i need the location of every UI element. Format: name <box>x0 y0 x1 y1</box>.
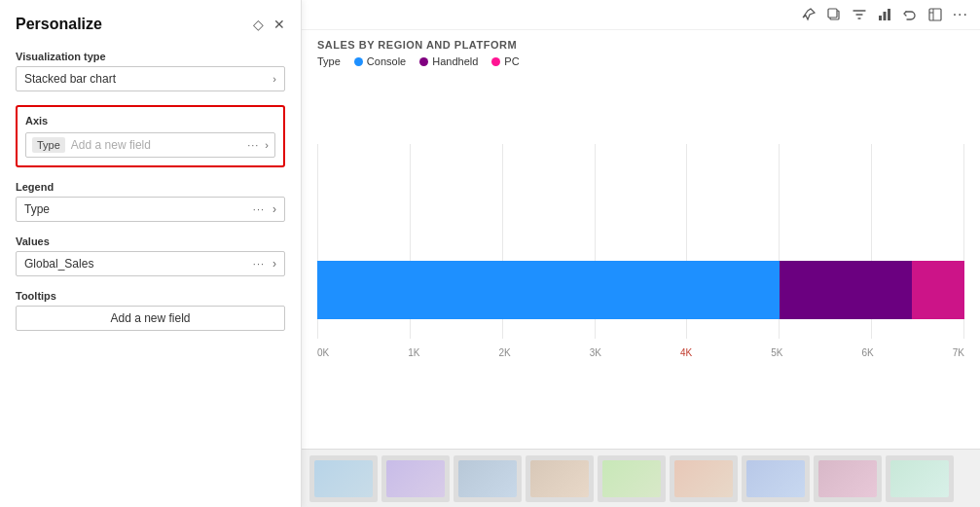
values-section: Values Global_Sales ··· › <box>16 235 285 276</box>
x-label-0k: 0K <box>317 347 329 358</box>
more-toolbar-icon[interactable]: ··· <box>953 6 968 23</box>
chart-title: SALES BY REGION AND PLATFORM <box>317 39 517 51</box>
legend-field[interactable]: Type ··· › <box>16 197 285 222</box>
visualization-section: Visualization type Stacked bar chart › <box>16 51 285 91</box>
thumbnail-9 <box>886 455 954 502</box>
thumbnail-2 <box>381 455 450 502</box>
axis-section: Axis Type Add a new field ··· › <box>16 105 285 167</box>
visualization-value: Stacked bar chart <box>24 72 116 86</box>
bar-segment-pc <box>912 261 964 319</box>
axis-field-row[interactable]: Type Add a new field ··· › <box>25 132 275 158</box>
chart-toolbar-icon[interactable] <box>877 7 892 22</box>
legend-dot-handheld <box>419 57 428 66</box>
values-label: Values <box>16 235 285 247</box>
values-dots[interactable]: ··· <box>253 258 265 270</box>
expand-toolbar-icon[interactable] <box>927 7 943 22</box>
svg-rect-1 <box>828 9 837 18</box>
legend-dot-console <box>354 57 363 66</box>
x-axis: 0K 1K 2K 3K 4K 5K 6K 7K <box>317 344 964 358</box>
thumbnail-6 <box>670 455 738 502</box>
legend-label-console: Console <box>367 55 406 67</box>
pin-toolbar-icon[interactable] <box>801 7 817 22</box>
tooltips-label: Tooltips <box>16 290 285 302</box>
values-chevron: › <box>272 257 276 271</box>
svg-rect-5 <box>929 9 941 20</box>
axis-dots[interactable]: ··· <box>247 139 259 151</box>
tooltips-section: Tooltips Add a new field <box>16 290 285 331</box>
bar-container <box>317 256 964 324</box>
legend-item-console: Console <box>354 55 406 67</box>
legend-label-pc: PC <box>504 55 519 67</box>
legend-section: Legend Type ··· › <box>16 181 285 222</box>
filter-toolbar-icon[interactable] <box>852 7 867 22</box>
thumbnail-7 <box>742 455 810 502</box>
chart-legend-row: Type Console Handheld PC <box>302 52 980 73</box>
thumbnail-5 <box>598 455 666 502</box>
chart-title-bar: SALES BY REGION AND PLATFORM <box>302 30 980 52</box>
bar-segment-handheld <box>780 261 912 319</box>
personalize-panel: Personalize ◇ ✕ Visualization type Stack… <box>0 0 302 507</box>
thumbnail-4 <box>526 455 594 502</box>
chart-area: ··· SALES BY REGION AND PLATFORM Type Co… <box>302 0 980 507</box>
thumbnail-strip <box>302 449 980 507</box>
thumbnail-3 <box>454 455 522 502</box>
panel-header: Personalize ◇ ✕ <box>16 16 285 33</box>
chart-grid: 0K 1K 2K 3K 4K 5K 6K 7K <box>317 144 964 358</box>
svg-rect-2 <box>879 16 882 20</box>
values-field[interactable]: Global_Sales ··· › <box>16 251 285 276</box>
legend-chevron: › <box>272 202 276 216</box>
tooltips-add-field[interactable]: Add a new field <box>16 306 285 331</box>
legend-dots[interactable]: ··· <box>253 203 265 215</box>
bar-segment-console <box>317 261 780 319</box>
axis-chevron: › <box>265 139 269 151</box>
axis-placeholder: Add a new field <box>71 138 241 152</box>
thumbnail-8 <box>814 455 882 502</box>
chart-content: 0K 1K 2K 3K 4K 5K 6K 7K <box>302 73 980 449</box>
x-label-3k: 3K <box>590 347 601 358</box>
visualization-chevron: › <box>272 73 276 85</box>
legend-label-handheld: Handheld <box>432 55 478 67</box>
x-label-2k: 2K <box>499 347 511 358</box>
x-label-1k: 1K <box>408 347 419 358</box>
x-label-7k: 7K <box>953 347 964 358</box>
axis-label: Axis <box>25 115 275 127</box>
svg-rect-3 <box>883 12 886 20</box>
panel-header-icons: ◇ ✕ <box>253 17 285 32</box>
axis-type-tag: Type <box>32 137 65 153</box>
stacked-bar <box>317 261 964 319</box>
x-label-6k: 6K <box>862 347 874 358</box>
legend-dot-pc <box>491 57 500 66</box>
thumbnail-1 <box>309 455 378 502</box>
x-label-4k: 4K <box>680 347 692 358</box>
panel-title: Personalize <box>16 16 102 33</box>
legend-label: Legend <box>16 181 285 193</box>
visualization-dropdown[interactable]: Stacked bar chart › <box>16 66 285 91</box>
chart-toolbar: ··· <box>302 0 980 30</box>
visualization-label: Visualization type <box>16 51 285 62</box>
undo-toolbar-icon[interactable] <box>902 7 918 22</box>
pin-icon[interactable]: ◇ <box>253 17 264 32</box>
legend-value: Type <box>24 202 50 216</box>
values-value: Global_Sales <box>24 257 93 271</box>
svg-rect-4 <box>888 9 890 20</box>
legend-item-pc: PC <box>491 55 519 67</box>
close-icon[interactable]: ✕ <box>273 17 285 32</box>
legend-item-handheld: Handheld <box>419 55 478 67</box>
legend-type-label: Type <box>317 55 341 67</box>
x-label-5k: 5K <box>771 347 782 358</box>
copy-toolbar-icon[interactable] <box>826 7 842 22</box>
